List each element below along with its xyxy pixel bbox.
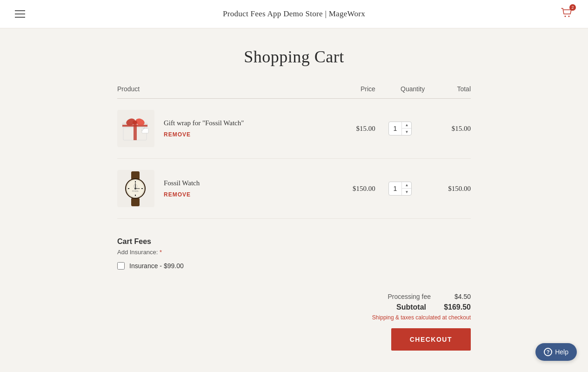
main-content: Shopping Cart Product Price Quantity Tot… — [108, 28, 480, 372]
hamburger-menu-icon[interactable] — [15, 10, 25, 18]
svg-point-0 — [565, 16, 566, 17]
required-marker: * — [160, 249, 162, 256]
qty-down-gift-wrap[interactable]: ▼ — [402, 129, 411, 135]
svg-rect-9 — [142, 129, 148, 133]
table-row: FOSSIL Fossil Watch REMOVE $150.00 1 ▲ — [117, 159, 471, 219]
qty-value-fossil-watch: 1 — [389, 183, 402, 194]
summary-section: Processing fee $4.50 Subtotal $169.50 Sh… — [117, 293, 471, 351]
qty-wrapper-fossil-watch: 1 ▲ ▼ — [388, 182, 412, 196]
qty-down-fossil-watch[interactable]: ▼ — [402, 189, 411, 195]
svg-rect-12 — [131, 198, 140, 206]
product-image-gift-wrap — [117, 110, 154, 147]
product-info-fossil-watch: Fossil Watch REMOVE — [164, 179, 200, 198]
qty-value-gift-wrap: 1 — [389, 123, 402, 134]
header: Product Fees App Demo Store | MageWorx 2 — [0, 0, 588, 28]
col-header-quantity: Quantity — [375, 85, 425, 99]
help-label: Help — [555, 348, 568, 356]
product-name-fossil-watch: Fossil Watch — [164, 179, 200, 187]
processing-fee-row: Processing fee $4.50 — [117, 293, 471, 300]
product-total-gift-wrap: $15.00 — [425, 99, 471, 159]
svg-rect-5 — [122, 125, 147, 127]
qty-up-gift-wrap[interactable]: ▲ — [402, 122, 411, 129]
product-price-gift-wrap: $15.00 — [329, 99, 375, 159]
product-total-fossil-watch: $150.00 — [425, 159, 471, 219]
col-header-total: Total — [425, 85, 471, 99]
remove-button-gift-wrap[interactable]: REMOVE — [164, 131, 191, 138]
svg-point-1 — [568, 16, 570, 17]
svg-text:FOSSIL: FOSSIL — [132, 190, 139, 192]
subtotal-row: Subtotal $169.50 — [117, 303, 471, 311]
remove-button-fossil-watch[interactable]: REMOVE — [164, 191, 191, 198]
help-icon: ? — [544, 348, 552, 356]
qty-arrows-fossil-watch: ▲ ▼ — [401, 182, 411, 195]
product-cell-gift-wrap: Gift wrap for "Fossil Watch" REMOVE — [117, 99, 329, 159]
insurance-label: Add Insurance: * — [117, 249, 471, 256]
cart-icon[interactable]: 2 — [560, 7, 573, 21]
product-image-fossil-watch: FOSSIL — [117, 170, 154, 207]
checkout-button[interactable]: CHECKOUT — [391, 328, 471, 351]
store-title: Product Fees App Demo Store | MageWorx — [223, 9, 365, 19]
cart-badge: 2 — [569, 4, 576, 11]
help-button[interactable]: ? Help — [535, 343, 577, 361]
product-info-gift-wrap: Gift wrap for "Fossil Watch" REMOVE — [164, 119, 244, 138]
product-cell-fossil-watch: FOSSIL Fossil Watch REMOVE — [117, 159, 329, 219]
col-header-price: Price — [329, 85, 375, 99]
product-qty-cell-gift-wrap: 1 ▲ ▼ — [375, 99, 425, 159]
processing-fee-value: $4.50 — [438, 293, 471, 300]
insurance-option-label: Insurance - $99.00 — [129, 262, 184, 270]
page-title: Shopping Cart — [117, 47, 471, 67]
cart-fees-title: Cart Fees — [117, 237, 471, 246]
qty-wrapper-gift-wrap: 1 ▲ ▼ — [388, 122, 412, 135]
qty-up-fossil-watch[interactable]: ▲ — [402, 182, 411, 189]
subtotal-label: Subtotal — [396, 303, 426, 311]
cart-fees-section: Cart Fees Add Insurance: * Insurance - $… — [117, 237, 471, 279]
insurance-checkbox[interactable] — [117, 262, 125, 270]
product-qty-cell-fossil-watch: 1 ▲ ▼ — [375, 159, 425, 219]
cart-table: Product Price Quantity Total — [117, 85, 471, 219]
subtotal-value: $169.50 — [434, 303, 471, 311]
shipping-note[interactable]: Shipping & taxes calculated at checkout — [117, 314, 471, 321]
insurance-option: Insurance - $99.00 — [117, 262, 471, 270]
svg-point-8 — [133, 121, 137, 124]
qty-arrows-gift-wrap: ▲ ▼ — [401, 122, 411, 135]
product-price-fossil-watch: $150.00 — [329, 159, 375, 219]
product-name-gift-wrap: Gift wrap for "Fossil Watch" — [164, 119, 244, 127]
processing-fee-label: Processing fee — [388, 293, 431, 300]
col-header-product: Product — [117, 85, 329, 99]
table-row: Gift wrap for "Fossil Watch" REMOVE $15.… — [117, 99, 471, 159]
